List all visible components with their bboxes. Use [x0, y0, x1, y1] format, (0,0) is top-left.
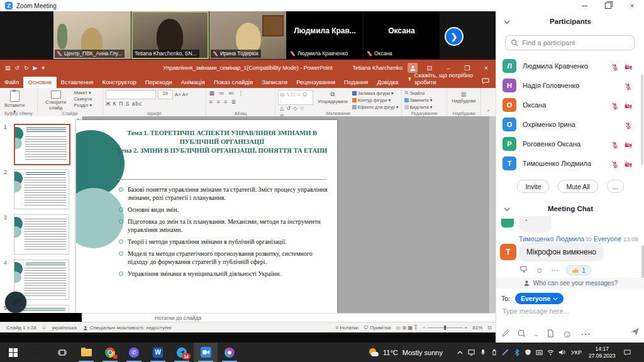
tab-design[interactable]: Конструктор: [98, 77, 141, 88]
ppt-account-name[interactable]: Tetiana Kharchenko: [352, 65, 402, 71]
accessibility-status[interactable]: Спеціальні можливості: недоступні: [83, 325, 172, 331]
notes-pane[interactable]: Нотатки до слайда: [82, 313, 496, 322]
redo-icon[interactable]: ↻: [24, 65, 29, 71]
slideshow-icon[interactable]: ▶: [33, 65, 38, 71]
viber-taskbar-icon[interactable]: ✆: [122, 343, 146, 362]
video-tile-2-active-speaker[interactable]: Tetiana Kharchenko, SN...: [131, 11, 209, 59]
shapes-gallery[interactable]: ▭ \ □ ○ ⬠ ·△ ↺ ◇ ☆ ⇨: [278, 90, 313, 105]
mic-off-icon[interactable]: [611, 101, 619, 109]
undo-icon[interactable]: ↺: [15, 65, 20, 71]
collapse-ribbon-icon[interactable]: ⌃: [481, 109, 496, 116]
select-button[interactable]: Виділити ▾: [404, 104, 433, 111]
usb-tray-icon[interactable]: [491, 349, 497, 356]
tray-expand-icon[interactable]: [457, 349, 464, 356]
messenger-taskbar-icon[interactable]: 14: [170, 343, 194, 362]
participant-row[interactable]: Л Людмила Кравченко: [496, 57, 641, 75]
video-tile-4[interactable]: Людмила Крав... Людмила Кравченко: [287, 11, 363, 59]
video-tile-5[interactable]: Оксана Оксана: [364, 11, 440, 59]
tab-animations[interactable]: Анімація: [177, 77, 209, 88]
save-icon[interactable]: ▤: [5, 65, 11, 71]
participant-row[interactable]: Р Роговенко Оксана: [496, 134, 641, 153]
send-message-icon[interactable]: [630, 327, 640, 339]
taskbar-search-button[interactable]: [26, 343, 50, 362]
pen-tray-icon[interactable]: [502, 349, 509, 356]
mic-off-icon[interactable]: [611, 140, 619, 148]
notes-toggle[interactable]: ≡ Нотатки: [336, 325, 358, 331]
zoom-restore-button[interactable]: [596, 0, 620, 11]
account-avatar[interactable]: [408, 63, 418, 73]
font-style-buttons[interactable]: Ж К П S abc: [106, 101, 189, 107]
message-more-icon[interactable]: ⋯: [551, 266, 558, 275]
mic-off-icon[interactable]: [611, 160, 619, 167]
mic-off-icon[interactable]: [611, 62, 619, 70]
section-button[interactable]: Розділ ▾: [74, 102, 92, 109]
taskbar-weather[interactable]: 11°C Mostly sunny: [369, 343, 443, 362]
zoom-slider[interactable]: −+: [423, 325, 467, 331]
slide-thumbnail-panel[interactable]: 1 2 3 4 5: [0, 116, 82, 313]
slide-thumbnail-2[interactable]: [14, 169, 69, 209]
slide-thumbnail-3[interactable]: [14, 214, 69, 255]
ppt-close-button[interactable]: ×: [479, 65, 493, 72]
shape-effects-button[interactable]: Ефекти для фігур ▾: [352, 104, 399, 111]
tab-transitions[interactable]: Переходи: [141, 77, 177, 88]
addins-button[interactable]: ▦Надбудови: [450, 90, 477, 104]
language-indicator[interactable]: українська: [52, 325, 77, 331]
thumbs-up-reaction[interactable]: 1: [566, 265, 591, 275]
chat-input[interactable]: [501, 307, 641, 315]
align-buttons[interactable]: ≡ ≡ ≡ ≣: [209, 99, 245, 105]
quote-reply-icon[interactable]: [520, 266, 528, 275]
next-videos-arrow-button[interactable]: ❯: [445, 27, 464, 46]
screenshot-icon[interactable]: [518, 329, 526, 340]
zoom-minimize-button[interactable]: [572, 0, 596, 11]
microphone-tray-icon[interactable]: [479, 349, 486, 356]
chat-privacy-notice[interactable]: Who can see your messages?: [496, 278, 644, 288]
main-slide[interactable]: Тема 1. ТЕОРЕТИЧНІ АСПЕКТИ УПРАВЛІННЯ ЗМ…: [76, 120, 337, 313]
video-tile-3[interactable]: Ирина Тодерюк: [209, 11, 286, 59]
network-tray-icon[interactable]: [547, 349, 554, 356]
new-slide-button[interactable]: Створити слайд: [40, 90, 72, 111]
attach-file-icon[interactable]: [547, 329, 554, 340]
video-off-icon[interactable]: [625, 62, 632, 70]
reset-button[interactable]: Скинути: [74, 96, 92, 102]
ppt-restore-button[interactable]: ❐: [460, 65, 474, 72]
tab-insert[interactable]: Вставлення: [57, 77, 98, 88]
task-view-button[interactable]: [50, 343, 74, 362]
video-off-icon[interactable]: [625, 101, 632, 109]
ppt-minimize-button[interactable]: –: [441, 65, 455, 72]
participant-search[interactable]: Find a participant: [505, 35, 635, 50]
zoom-taskbar-icon-active[interactable]: [194, 343, 218, 362]
action-center-icon[interactable]: [624, 349, 631, 356]
slide-thumbnail-1-selected[interactable]: [14, 124, 70, 165]
video-off-icon[interactable]: [625, 160, 632, 167]
mic-off-icon[interactable]: [625, 121, 632, 128]
ribbon-display-options-icon[interactable]: ⊡: [423, 65, 436, 72]
font-size-select[interactable]: 29: [158, 90, 173, 99]
annotation-pen-button[interactable]: [5, 292, 26, 313]
spellcheck-icon[interactable]: ⌸: [43, 325, 46, 331]
font-name-select[interactable]: [106, 90, 156, 99]
paint3d-taskbar-icon[interactable]: [218, 343, 242, 362]
view-buttons[interactable]: ▭ ⊞ ▦ 𝕋: [396, 325, 418, 331]
video-tile-1[interactable]: Центр_ПВК_Анна Глу...: [53, 11, 131, 59]
word-taskbar-icon[interactable]: W: [146, 343, 170, 362]
bluetooth-tray-icon[interactable]: [513, 349, 520, 356]
tab-file[interactable]: Файл: [0, 77, 23, 88]
display-tray-icon[interactable]: [468, 349, 475, 356]
recipient-selector[interactable]: Everyone: [515, 293, 564, 304]
find-button[interactable]: Знайти: [404, 90, 433, 97]
tab-slideshow[interactable]: Показ слайдів: [209, 77, 257, 88]
participant-row[interactable]: О Охріменко Ірина: [496, 115, 641, 134]
qat-customize-icon[interactable]: ▾: [42, 65, 45, 71]
video-off-icon[interactable]: [625, 140, 632, 148]
participants-more-button[interactable]: ...: [607, 180, 624, 193]
participant-list[interactable]: Л Людмила Кравченко Н Надія Головченко О…: [496, 55, 641, 176]
keyboard-layout-tray-icon[interactable]: [536, 349, 543, 356]
chevron-down-icon[interactable]: ⌄: [534, 331, 539, 337]
chat-message-bubble[interactable]: Мікрофон вимкнено: [519, 243, 604, 261]
participants-scrollbar[interactable]: [641, 74, 643, 165]
format-text-icon[interactable]: [501, 329, 509, 340]
tab-record[interactable]: Записати: [257, 77, 292, 88]
emoji-icon[interactable]: ☺: [562, 329, 572, 340]
list-buttons[interactable]: ▦ ≔ ≕ ⋮: [209, 90, 245, 96]
zoom-close-button[interactable]: ×: [620, 0, 644, 11]
